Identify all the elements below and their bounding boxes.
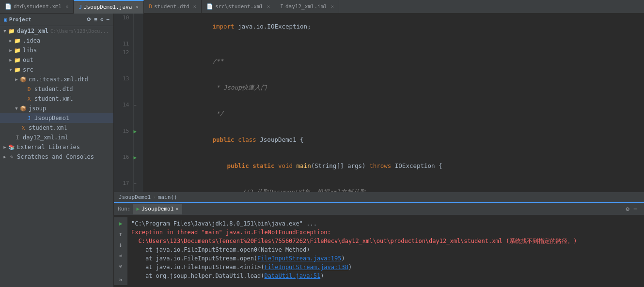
code-line: 14 − */	[114, 101, 644, 127]
package-icon: 📦	[19, 105, 27, 112]
tree-item-student-dtd[interactable]: D student.dtd	[0, 84, 113, 94]
line-content: /**	[143, 48, 644, 75]
tree-label: src	[23, 66, 33, 73]
tree-item-src[interactable]: ▼ 📁 src	[0, 65, 113, 75]
tree-label: student.xml	[29, 124, 67, 131]
run-icon[interactable]: ▶	[134, 154, 137, 161]
run-label: Run:	[118, 206, 131, 212]
run-tab-close[interactable]: ×	[175, 206, 178, 211]
line-number: 11	[114, 40, 133, 48]
dtd-icon: D	[149, 3, 152, 10]
tree-item-day12[interactable]: ▼ 📁 day12_xml C:\Users\123\Docu...	[0, 26, 113, 36]
tab-src-student[interactable]: 📄 src\student.xml ×	[202, 0, 275, 14]
code-line: 13 * Jsoup快速入门	[114, 75, 644, 101]
output-line-3: C:\Users\123\Documents\Tencent%20Files\7…	[131, 237, 640, 245]
output-line-5: at java.io.FileInputStream.open(FileInpu…	[131, 254, 640, 263]
chevron-right-icon: ▶	[8, 38, 14, 43]
tree-item-day12-iml[interactable]: I day12_xml.iml	[0, 133, 113, 142]
stack-link-1[interactable]: FileInputStream.java:195	[257, 255, 341, 262]
rerun-button[interactable]: ▶	[116, 219, 126, 227]
xml-icon: X	[25, 95, 33, 103]
line-content: import java.io.IOException;	[143, 14, 644, 40]
tree-item-student-xml-cn[interactable]: X student.xml	[0, 94, 113, 104]
chevron-down-icon: ▼	[14, 106, 19, 111]
main-area: ▣ Project ⟳ ≡ ⚙ − ▼ 📁 day12_xml C:\Users…	[0, 14, 644, 287]
output-line-6: at java.io.FileInputStream.<init>(FileIn…	[131, 263, 640, 272]
gear-icon[interactable]: ⚙	[626, 205, 629, 212]
tree-item-external-libs[interactable]: ▶ 📚 External Libraries	[0, 142, 113, 152]
tree-label: cn.itcast.xml.dtd	[29, 76, 88, 83]
run-tab-jsoupdemo1[interactable]: ▶ JsoupDemo1 ×	[133, 204, 183, 214]
run-tab-bar: Run: ▶ JsoupDemo1 × ⚙ −	[114, 203, 644, 215]
tab-label: JsoupDemo1.java	[84, 4, 132, 10]
tree-item-scratches[interactable]: ▶ ✎ Scratches and Consoles	[0, 152, 113, 162]
config-icon[interactable]: ≡	[94, 16, 97, 23]
breadcrumb: JsoupDemo1 › main()	[114, 192, 644, 202]
fold-icon[interactable]: −	[134, 103, 137, 108]
close-icon[interactable]: ×	[65, 4, 68, 9]
run-panel: Run: ▶ JsoupDemo1 × ⚙ − ▶ ↑ ↓ ⇌ ⊗	[114, 202, 644, 287]
tab-bar: 📄 dtd\student.xml × J JsoupDemo1.java × …	[0, 0, 644, 14]
breadcrumb-item[interactable]: main()	[158, 194, 177, 200]
line-content: public static void main(String[] args) t…	[143, 153, 644, 179]
run-icon[interactable]: ▶	[134, 128, 137, 135]
tree-item-jsoupdemo1[interactable]: J JsoupDemo1	[0, 113, 113, 123]
tree-item-cn-itcast[interactable]: ▶ 📦 cn.itcast.xml.dtd	[0, 75, 113, 84]
tab-jsoup-demo1[interactable]: J JsoupDemo1.java ×	[74, 0, 144, 14]
tree-item-idea[interactable]: ▶ 📁 .idea	[0, 36, 113, 45]
close-icon[interactable]: ×	[136, 4, 139, 10]
stack-link-2[interactable]: FileInputStream.java:138	[265, 264, 348, 271]
sidebar-header: ▣ Project ⟳ ≡ ⚙ −	[0, 14, 113, 26]
line-number: 13	[114, 75, 133, 101]
scroll-up-button[interactable]: ↑	[116, 230, 126, 238]
tab-dtd-student[interactable]: 📄 dtd\student.xml ×	[0, 0, 74, 14]
tree-item-libs[interactable]: ▶ 📁 libs	[0, 45, 113, 55]
tree-label: jsoup	[29, 105, 46, 112]
line-gutter: ▶	[133, 153, 143, 179]
tree-label: .idea	[23, 37, 40, 44]
iml-icon: I	[280, 3, 283, 10]
clear-button[interactable]: ⊗	[116, 262, 126, 270]
sync-icon[interactable]: ⟳	[87, 16, 91, 23]
code-line: 15 ▶ public class JsoupDemo1 {	[114, 127, 644, 153]
sidebar-title: Project	[9, 16, 31, 23]
run-tab-label: JsoupDemo1	[141, 206, 173, 212]
folder-icon: 📁	[14, 37, 21, 45]
run-output: "C:\Program Files\Java\jdk1.8.0_151\bin\…	[127, 217, 644, 285]
tree-item-jsoup[interactable]: ▼ 📦 jsoup	[0, 104, 113, 113]
minimize-icon[interactable]: −	[633, 205, 637, 212]
close-icon[interactable]: ×	[331, 4, 334, 9]
fold-icon[interactable]: −	[134, 50, 137, 56]
project-icon: ▣	[4, 16, 7, 23]
line-number: 16	[114, 153, 133, 179]
java-icon: J	[25, 114, 33, 122]
tree-label: student.dtd	[34, 86, 73, 92]
scroll-down-button[interactable]: ↓	[116, 241, 126, 248]
close-icon[interactable]: ×	[267, 4, 270, 9]
tree-item-student-xml-src[interactable]: X student.xml	[0, 123, 113, 133]
line-gutter	[133, 14, 143, 40]
folder-icon: 📁	[8, 27, 16, 35]
breadcrumb-item[interactable]: JsoupDemo1	[119, 194, 151, 200]
library-icon: 📚	[8, 143, 16, 151]
breadcrumb-separator: ›	[153, 194, 156, 200]
fold-icon[interactable]: −	[134, 181, 137, 186]
line-content: * Jsoup快速入门	[143, 75, 644, 101]
code-editor[interactable]: 10 import java.io.IOException; 11 12	[114, 14, 644, 192]
tab-day12-iml[interactable]: I day12_xml.iml ×	[275, 0, 339, 14]
chevron-down-icon: ▼	[8, 67, 14, 72]
wrap-button[interactable]: ⇌	[116, 251, 126, 259]
tab-student-dtd[interactable]: D student.dtd ×	[144, 0, 202, 14]
tree-item-out[interactable]: ▶ 📁 out	[0, 55, 113, 65]
stack-link-3[interactable]: DataUtil.java:51	[265, 272, 321, 279]
output-line-7: at org.jsoup.helper.DataUtil.load(DataUt…	[131, 272, 640, 280]
minimize-icon[interactable]: −	[106, 16, 110, 23]
expand-button[interactable]: »	[116, 275, 126, 283]
gear-icon[interactable]: ⚙	[100, 16, 104, 23]
tab-label: day12_xml.iml	[285, 3, 327, 10]
close-icon[interactable]: ×	[193, 4, 196, 9]
output-line-1: "C:\Program Files\Java\jdk1.8.0_151\bin\…	[131, 219, 640, 228]
chevron-down-icon: ▼	[2, 29, 8, 33]
line-content: public class JsoupDemo1 {	[143, 127, 644, 153]
java-icon: J	[79, 4, 82, 10]
